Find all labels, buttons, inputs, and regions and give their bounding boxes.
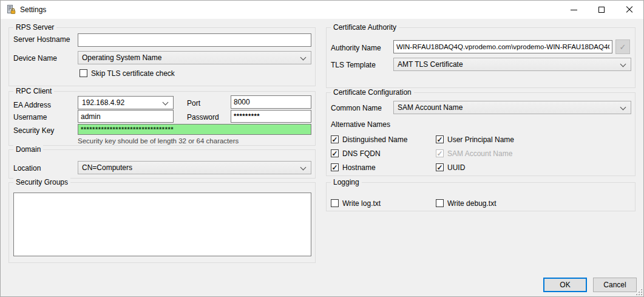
group-domain-legend: Domain — [13, 145, 43, 154]
group-rps-server-legend: RPS Server — [13, 23, 56, 32]
checkbox-user-principal-name[interactable]: User Principal Name — [436, 135, 514, 144]
common-name-select[interactable]: SAM Account Name — [393, 101, 631, 114]
port-input[interactable] — [231, 95, 311, 109]
checkbox-dns-fqdn[interactable]: DNS FQDN — [331, 149, 381, 158]
alternative-names-label: Alternative Names — [331, 120, 390, 129]
group-logging-legend: Logging — [331, 178, 362, 186]
common-name-label: Common Name — [331, 104, 382, 112]
tls-template-select[interactable]: AMT TLS Certificate — [393, 58, 631, 71]
tls-template-label: TLS Template — [331, 61, 376, 69]
chevron-down-icon — [620, 104, 626, 111]
close-button[interactable] — [615, 1, 643, 19]
checkbox-distinguished-name[interactable]: Distinguished Name — [331, 135, 407, 144]
ea-address-select[interactable]: 192.168.4.92 — [78, 96, 174, 109]
checkbox-write-debug[interactable]: Write debug.txt — [436, 199, 496, 208]
chevron-down-icon — [300, 165, 307, 171]
checkbox-label: UUID — [447, 163, 465, 172]
skip-tls-checkbox-label: Skip TLS certificate check — [91, 69, 175, 78]
checkbox-uuid[interactable]: UUID — [436, 163, 465, 172]
checkbox-box — [436, 135, 444, 143]
checkbox-box — [331, 135, 339, 143]
device-name-select[interactable]: Operating System Name — [78, 51, 311, 64]
ea-address-label: EA Address — [13, 101, 51, 109]
checkbox-box — [331, 199, 339, 207]
checkbox-box — [436, 199, 444, 207]
checkbox-label: DNS FQDN — [342, 149, 381, 158]
checkbox-label: Hostname — [342, 163, 376, 172]
authority-name-input[interactable] — [393, 40, 612, 53]
server-hostname-input[interactable] — [78, 33, 311, 47]
common-name-value: SAM Account Name — [398, 103, 463, 112]
checkmark-icon: ✓ — [620, 43, 626, 52]
checkbox-label: SAM Account Name — [447, 149, 512, 158]
tls-template-value: AMT TLS Certificate — [398, 60, 463, 69]
maximize-button[interactable] — [588, 1, 615, 19]
password-input[interactable] — [231, 110, 311, 123]
verify-authority-button[interactable]: ✓ — [615, 39, 630, 54]
checkbox-box — [331, 163, 339, 171]
checkbox-box — [436, 149, 444, 157]
group-certificate-authority-legend: Certificate Authority — [331, 23, 399, 32]
maximize-icon — [598, 7, 605, 13]
skip-tls-checkbox-box — [80, 69, 87, 77]
security-key-input[interactable] — [78, 124, 311, 135]
titlebar: Settings — [1, 1, 643, 19]
security-key-label: Security Key — [13, 126, 54, 135]
location-select[interactable]: CN=Computers — [78, 161, 311, 174]
username-label: Username — [13, 113, 47, 121]
checkbox-hostname[interactable]: Hostname — [331, 163, 376, 172]
authority-name-label: Authority Name — [331, 44, 381, 52]
security-groups-listbox[interactable] — [13, 193, 311, 256]
device-name-label: Device Name — [13, 54, 57, 63]
server-hostname-label: Server Hostname — [13, 35, 70, 44]
checkbox-box — [436, 163, 444, 171]
security-key-hint: Security key should be of length 32 or 6… — [78, 137, 239, 145]
ok-button[interactable]: OK — [543, 278, 587, 292]
device-name-value: Operating System Name — [82, 53, 161, 62]
server-lock-icon — [6, 5, 16, 15]
group-rpc-client-legend: RPC Client — [13, 87, 54, 95]
location-value: CN=Computers — [82, 163, 132, 172]
checkbox-label: Write log.txt — [342, 199, 381, 208]
checkbox-label: Distinguished Name — [342, 135, 407, 144]
chevron-down-icon — [163, 100, 169, 106]
window-title: Settings — [20, 1, 46, 19]
close-icon — [626, 6, 633, 13]
chevron-down-icon — [620, 61, 626, 67]
ea-address-value: 192.168.4.92 — [82, 98, 124, 107]
chevron-down-icon — [300, 55, 307, 61]
username-input[interactable] — [78, 110, 174, 123]
checkbox-label: User Principal Name — [447, 135, 514, 144]
minimize-icon — [571, 10, 577, 10]
checkbox-sam-account-name: SAM Account Name — [436, 149, 512, 158]
cancel-button[interactable]: Cancel — [593, 278, 637, 292]
resize-grip-icon[interactable] — [635, 288, 642, 295]
group-security-groups-legend: Security Groups — [13, 178, 70, 186]
settings-window: Settings RPS Server Server Hostname Devi… — [0, 0, 644, 297]
location-label: Location — [13, 164, 41, 172]
port-label: Port — [187, 99, 200, 108]
password-label: Password — [187, 113, 219, 121]
group-certificate-configuration-legend: Certificate Configuration — [331, 88, 414, 97]
checkbox-label: Write debug.txt — [447, 199, 496, 208]
checkbox-box — [331, 149, 339, 157]
checkbox-write-log[interactable]: Write log.txt — [331, 199, 381, 208]
minimize-button[interactable] — [560, 1, 588, 19]
skip-tls-checkbox[interactable]: Skip TLS certificate check — [80, 69, 175, 78]
